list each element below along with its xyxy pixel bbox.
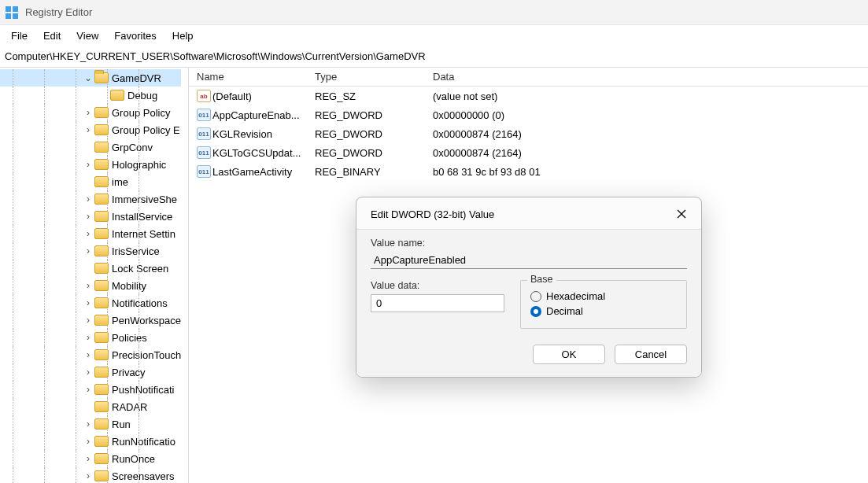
folder-icon bbox=[110, 90, 124, 101]
tree-item[interactable]: ›Privacy bbox=[0, 363, 181, 381]
close-icon[interactable] bbox=[673, 205, 690, 223]
chevron-right-icon[interactable]: › bbox=[82, 367, 94, 378]
tree-item[interactable]: ime bbox=[0, 173, 181, 190]
binary-value-icon: 011 bbox=[197, 127, 211, 140]
value-data-input[interactable] bbox=[371, 294, 504, 312]
cancel-button[interactable]: Cancel bbox=[615, 345, 687, 364]
svg-rect-0 bbox=[6, 6, 11, 12]
col-header-data[interactable]: Data bbox=[428, 71, 868, 83]
tree-item[interactable]: ›Group Policy bbox=[0, 104, 181, 121]
tree-item[interactable]: ›ImmersiveShe bbox=[0, 190, 181, 208]
tree-item[interactable]: ›PrecisionTouch bbox=[0, 346, 181, 363]
tree-item[interactable]: RADAR bbox=[0, 398, 181, 415]
tree-item-label: RADAR bbox=[112, 401, 148, 413]
radio-hex-label: Hexadecimal bbox=[546, 290, 605, 302]
chevron-right-icon[interactable]: › bbox=[82, 211, 94, 222]
menu-favorites[interactable]: Favorites bbox=[106, 28, 164, 43]
chevron-down-icon[interactable]: ⌄ bbox=[82, 72, 94, 83]
menu-edit[interactable]: Edit bbox=[35, 28, 68, 43]
tree-item[interactable]: ›PushNotificati bbox=[0, 381, 181, 398]
tree-item[interactable]: GrpConv bbox=[0, 138, 181, 156]
value-type: REG_SZ bbox=[310, 90, 428, 102]
list-row[interactable]: 011LastGameActivityREG_BINARYb0 68 31 9c… bbox=[189, 162, 868, 181]
chevron-right-icon[interactable]: › bbox=[82, 159, 94, 170]
svg-rect-3 bbox=[13, 13, 18, 19]
radio-dec-circle bbox=[530, 306, 541, 317]
list-row[interactable]: 011KGLRevisionREG_DWORD0x00000874 (2164) bbox=[189, 124, 868, 143]
list-header[interactable]: Name Type Data bbox=[189, 68, 868, 87]
folder-icon bbox=[94, 297, 109, 308]
tree-view[interactable]: ⌄GameDVRDebug›Group Policy›Group Policy … bbox=[0, 68, 189, 483]
chevron-right-icon[interactable]: › bbox=[82, 228, 94, 239]
tree-item-label: Screensavers bbox=[112, 470, 174, 482]
value-name: LastGameActivity bbox=[212, 166, 292, 178]
col-header-type[interactable]: Type bbox=[310, 71, 428, 83]
value-data: (value not set) bbox=[428, 90, 868, 102]
value-data-label: Value data: bbox=[371, 280, 504, 291]
menu-view[interactable]: View bbox=[68, 28, 106, 43]
tree-item-label: InstallService bbox=[112, 211, 172, 223]
tree-item[interactable]: ›Policies bbox=[0, 329, 181, 346]
tree-item[interactable]: Debug bbox=[0, 87, 181, 104]
address-bar[interactable]: Computer\HKEY_CURRENT_USER\Software\Micr… bbox=[0, 47, 868, 68]
folder-icon bbox=[94, 315, 109, 326]
chevron-right-icon[interactable]: › bbox=[82, 384, 94, 395]
value-type: REG_DWORD bbox=[310, 147, 428, 159]
chevron-right-icon[interactable]: › bbox=[82, 194, 94, 205]
chevron-right-icon[interactable]: › bbox=[82, 332, 94, 343]
radio-hex[interactable]: Hexadecimal bbox=[530, 290, 677, 302]
chevron-right-icon[interactable]: › bbox=[82, 245, 94, 256]
value-data: 0x00000874 (2164) bbox=[428, 147, 868, 159]
tree-item[interactable]: ›Screensavers bbox=[0, 467, 181, 483]
value-name: (Default) bbox=[212, 90, 252, 102]
tree-item[interactable]: ›Run bbox=[0, 415, 181, 433]
menu-help[interactable]: Help bbox=[164, 28, 201, 43]
chevron-right-icon[interactable]: › bbox=[82, 107, 94, 118]
tree-item[interactable]: ›PenWorkspace bbox=[0, 312, 181, 329]
chevron-right-icon[interactable]: › bbox=[82, 297, 94, 308]
radio-dec[interactable]: Decimal bbox=[530, 305, 677, 317]
chevron-right-icon[interactable]: › bbox=[82, 418, 94, 430]
tree-item-label: Group Policy bbox=[112, 107, 170, 119]
folder-icon bbox=[94, 211, 109, 222]
binary-value-icon: 011 bbox=[197, 146, 211, 159]
tree-item[interactable]: ›InstallService bbox=[0, 208, 181, 225]
value-name-input[interactable] bbox=[371, 252, 687, 269]
list-row[interactable]: 011KGLToGCSUpdat...REG_DWORD0x00000874 (… bbox=[189, 143, 868, 162]
tree-item[interactable]: ›Holographic bbox=[0, 156, 181, 173]
chevron-right-icon[interactable]: › bbox=[82, 453, 94, 464]
tree-item[interactable]: ⌄GameDVR bbox=[0, 69, 181, 87]
list-row[interactable]: 011AppCaptureEnab...REG_DWORD0x00000000 … bbox=[189, 105, 868, 124]
tree-item[interactable]: ›Group Policy E bbox=[0, 121, 181, 138]
ok-button[interactable]: OK bbox=[533, 345, 605, 364]
radio-dec-label: Decimal bbox=[546, 305, 583, 317]
chevron-right-icon[interactable]: › bbox=[82, 436, 94, 447]
tree-item[interactable]: ›Notifications bbox=[0, 294, 181, 312]
list-row[interactable]: ab(Default)REG_SZ(value not set) bbox=[189, 87, 868, 105]
chevron-right-icon[interactable]: › bbox=[82, 349, 94, 360]
tree-item[interactable]: ›Internet Settin bbox=[0, 225, 181, 242]
tree-item[interactable]: ›RunOnce bbox=[0, 450, 181, 467]
chevron-right-icon[interactable]: › bbox=[82, 470, 94, 481]
tree-item-label: IrisService bbox=[112, 245, 160, 257]
tree-item-label: ime bbox=[112, 176, 128, 188]
tree-item-label: Policies bbox=[112, 332, 147, 344]
radio-hex-circle bbox=[530, 291, 541, 302]
col-header-name[interactable]: Name bbox=[192, 71, 310, 83]
folder-icon bbox=[94, 384, 109, 395]
menu-file[interactable]: File bbox=[3, 28, 35, 43]
binary-value-icon: 011 bbox=[197, 165, 211, 178]
tree-item-label: Group Policy E bbox=[112, 124, 180, 136]
tree-item[interactable]: ›Mobility bbox=[0, 277, 181, 294]
tree-item-label: Debug bbox=[127, 90, 157, 101]
folder-icon bbox=[94, 107, 109, 118]
tree-item[interactable]: ›RunNotificatio bbox=[0, 433, 181, 450]
tree-item[interactable]: ›IrisService bbox=[0, 242, 181, 260]
chevron-right-icon[interactable]: › bbox=[82, 315, 94, 326]
chevron-right-icon[interactable]: › bbox=[82, 280, 94, 291]
string-value-icon: ab bbox=[197, 90, 211, 102]
tree-item[interactable]: Lock Screen bbox=[0, 260, 181, 277]
chevron-right-icon[interactable]: › bbox=[82, 124, 94, 135]
tree-item-label: RunNotificatio bbox=[112, 436, 175, 448]
folder-icon bbox=[94, 124, 109, 135]
